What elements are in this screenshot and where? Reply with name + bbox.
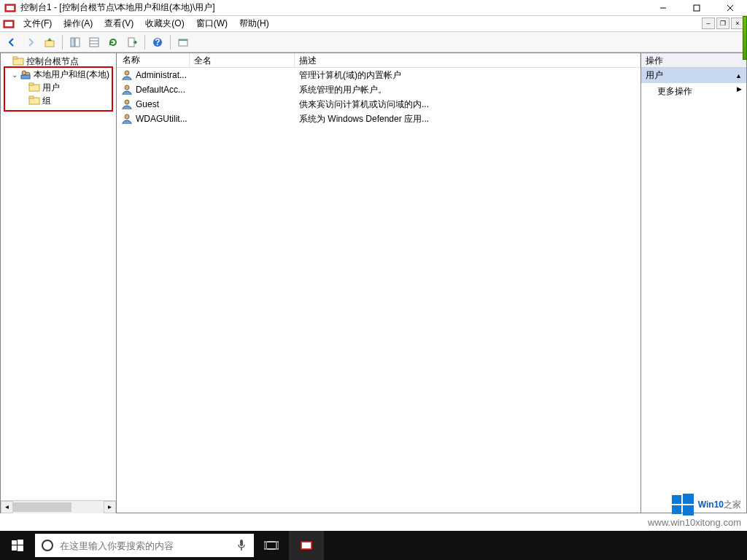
svg-rect-35: [683, 505, 694, 516]
svg-rect-20: [13, 57, 18, 59]
menu-window[interactable]: 窗口(W): [190, 16, 233, 31]
user-row[interactable]: DefaultAcc...系统管理的用户帐户。: [117, 82, 640, 97]
list-header: 名称 全名 描述: [117, 53, 640, 68]
svg-point-31: [125, 114, 129, 119]
start-button[interactable]: [0, 531, 35, 560]
user-row[interactable]: Guest供来宾访问计算机或访问域的内...: [117, 97, 640, 112]
tree-users-node[interactable]: 用户: [1, 81, 116, 94]
svg-rect-49: [302, 542, 311, 548]
collapse-icon[interactable]: ⌄: [9, 71, 20, 79]
user-row[interactable]: WDAGUtilit...系统为 Windows Defender 应用...: [117, 112, 640, 126]
svg-rect-36: [12, 540, 17, 545]
svg-point-28: [125, 71, 129, 75]
console-root-icon: [12, 55, 24, 67]
show-hide-tree-button[interactable]: [66, 34, 84, 51]
horizontal-scrollbar[interactable]: ◄ ►: [1, 500, 116, 513]
column-fullname[interactable]: 全名: [190, 53, 295, 67]
svg-rect-39: [18, 545, 23, 551]
actions-more-label: 更多操作: [657, 86, 692, 96]
svg-rect-33: [683, 494, 694, 504]
actions-more[interactable]: 更多操作 ▶: [641, 83, 746, 100]
tree-label: 用户: [42, 82, 60, 94]
tree-label: 组: [42, 95, 51, 107]
svg-rect-41: [240, 540, 243, 546]
scroll-left-button[interactable]: ◄: [1, 501, 13, 513]
menu-action[interactable]: 操作(A): [58, 16, 98, 31]
folder-icon: [28, 95, 40, 106]
nav-up-button[interactable]: [41, 34, 58, 51]
svg-rect-3: [694, 5, 700, 11]
nav-forward-button[interactable]: [22, 34, 39, 51]
taskbar-app-mmc[interactable]: [289, 531, 324, 560]
watermark-brand-b: 之家: [724, 499, 741, 510]
maximize-button[interactable]: [680, 0, 713, 15]
svg-rect-38: [12, 545, 17, 551]
user-desc: 管理计算机(域)的内置帐户: [295, 69, 640, 82]
chevron-right-icon: ▶: [737, 85, 742, 93]
task-view-button[interactable]: [254, 531, 289, 560]
taskbar: [0, 531, 747, 560]
titlebar: 控制台1 - [控制台根节点\本地用户和组(本地)\用户]: [0, 0, 747, 16]
svg-rect-1: [7, 6, 14, 10]
svg-rect-37: [18, 540, 23, 545]
scroll-track[interactable]: [13, 501, 104, 513]
mdi-restore-button[interactable]: ❐: [716, 18, 729, 29]
tree-groups-node[interactable]: 组: [1, 94, 116, 107]
watermark-url: www.win10xitong.com: [648, 517, 741, 528]
scroll-right-button[interactable]: ►: [104, 501, 116, 513]
watermark-brand-a: Win10: [698, 499, 724, 510]
tree-label: 本地用户和组(本地): [34, 69, 109, 81]
svg-rect-27: [29, 96, 34, 98]
menu-view[interactable]: 查看(V): [98, 16, 139, 31]
column-name[interactable]: 名称: [117, 53, 190, 67]
mic-icon[interactable]: [229, 539, 254, 552]
svg-text:?: ?: [155, 37, 160, 47]
user-name: DefaultAcc...: [136, 85, 185, 95]
user-desc: 系统为 Windows Defender 应用...: [295, 113, 640, 125]
menu-file[interactable]: 文件(F): [18, 16, 58, 31]
mmc-app-icon: [4, 2, 16, 14]
menu-help[interactable]: 帮助(H): [233, 16, 275, 31]
taskbar-search[interactable]: [35, 534, 254, 557]
scroll-thumb[interactable]: [13, 502, 71, 512]
accent-bar: [743, 16, 747, 60]
export-list-button[interactable]: [85, 34, 103, 51]
svg-point-40: [42, 540, 53, 551]
minimize-button[interactable]: [646, 0, 680, 15]
cortana-icon[interactable]: [35, 539, 60, 552]
window-title: 控制台1 - [控制台根节点\本地用户和组(本地)\用户]: [20, 1, 646, 14]
user-name: Guest: [136, 99, 159, 109]
toolbar-separator: [170, 35, 171, 50]
user-name: WDAGUtilit...: [136, 114, 187, 124]
user-icon: [121, 113, 133, 125]
svg-rect-25: [29, 83, 34, 85]
close-button[interactable]: [713, 0, 747, 15]
toolbar-separator: [144, 35, 145, 50]
mmc-doc-icon: [3, 18, 15, 30]
svg-rect-23: [21, 75, 30, 79]
menu-favorites[interactable]: 收藏夹(O): [139, 16, 190, 31]
actions-pane: 操作 用户 ▲ 更多操作 ▶: [640, 52, 747, 513]
mdi-minimize-button[interactable]: –: [702, 18, 715, 29]
actions-collapse-icon: ▲: [735, 72, 742, 79]
taskbar-search-input[interactable]: [60, 534, 229, 557]
refresh-button[interactable]: [104, 34, 122, 51]
column-desc[interactable]: 描述: [295, 53, 640, 67]
actions-category-label: 用户: [646, 69, 663, 82]
nav-back-button[interactable]: [3, 34, 20, 51]
actions-category[interactable]: 用户 ▲: [641, 68, 746, 83]
list-pane: 名称 全名 描述 Administrat...管理计算机(域)的内置帐户Defa…: [117, 52, 640, 513]
svg-rect-8: [45, 41, 54, 47]
help-button[interactable]: ?: [149, 34, 166, 51]
export-button[interactable]: [123, 34, 141, 51]
new-window-button[interactable]: [174, 34, 192, 51]
tree-root-node[interactable]: 控制台根节点: [1, 55, 116, 68]
user-icon: [121, 84, 133, 96]
windows-logo-icon: [670, 492, 695, 517]
users-groups-icon: [20, 69, 31, 80]
tree-users-groups-node[interactable]: ⌄ 本地用户和组(本地): [1, 68, 116, 81]
svg-rect-11: [90, 38, 98, 47]
user-row[interactable]: Administrat...管理计算机(域)的内置帐户: [117, 68, 640, 82]
tree-label: 控制台根节点: [26, 55, 79, 68]
svg-point-30: [125, 100, 129, 104]
